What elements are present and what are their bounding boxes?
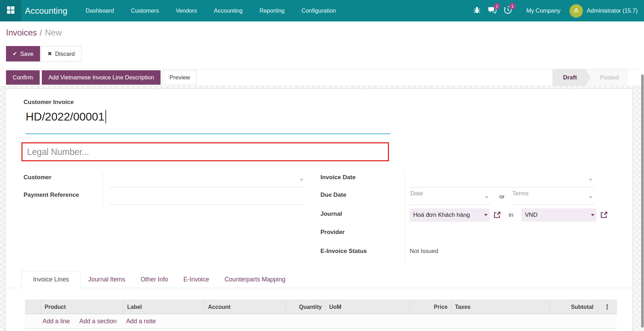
invoice-number-value: HD/2022/00001	[26, 110, 104, 123]
invoice-date-field[interactable]	[410, 173, 594, 187]
user-name: Administrator (15.7)	[587, 7, 638, 14]
legal-number-field-highlighted[interactable]: Legal Number...	[21, 142, 389, 161]
menu-item-customers[interactable]: Customers	[122, 0, 167, 21]
right-group-separator	[404, 173, 405, 265]
tab-invoice-lines[interactable]: Invoice Lines	[21, 271, 80, 288]
left-group-separator	[103, 173, 103, 207]
cross-icon: ✖	[47, 51, 52, 57]
status-stage-widget: Draft Posted	[552, 69, 628, 86]
menu-item-accounting[interactable]: Accounting	[206, 0, 251, 21]
payment-reference-label: Payment Reference	[24, 192, 79, 199]
add-vietnamese-description-button[interactable]: Add Vietnamese Invoice Line Description	[42, 70, 161, 85]
column-header-uom[interactable]: UoM	[325, 300, 410, 314]
tab-journal-items[interactable]: Journal Items	[80, 271, 133, 288]
in-text: in	[509, 212, 513, 219]
activities-button[interactable]: 1	[500, 0, 516, 21]
notebook-tabs: Invoice Lines Journal Items Other Info E…	[6, 270, 632, 288]
breadcrumb-current: New	[45, 28, 62, 37]
activities-badge: 1	[509, 3, 516, 9]
column-header-handle	[25, 300, 41, 314]
text-cursor	[105, 110, 106, 123]
column-header-price[interactable]: Price	[410, 300, 451, 314]
top-navbar: Accounting Dashboard Customers Vendors A…	[0, 0, 644, 21]
or-text: or	[499, 193, 505, 200]
preview-button[interactable]: Preview	[163, 70, 197, 85]
tab-e-invoice[interactable]: E-Invoice	[176, 271, 217, 288]
chevron-down-icon	[485, 196, 488, 199]
discard-button[interactable]: ✖ Discard	[41, 46, 82, 61]
customer-field[interactable]	[109, 173, 305, 187]
column-header-account[interactable]: Account	[204, 300, 286, 314]
column-header-product[interactable]: Product	[41, 300, 123, 314]
chevron-down-icon	[591, 214, 594, 216]
journal-value: Hoá đơn Khách hàng	[413, 212, 470, 219]
navbar-systray: 1 1 My Company A Administrator (15.7)	[469, 0, 644, 21]
menu-item-reporting[interactable]: Reporting	[251, 0, 293, 21]
einvoice-status-value: Not Issued	[410, 248, 438, 255]
breadcrumb: Invoices/New	[6, 28, 62, 38]
customer-label: Customer	[24, 174, 51, 181]
chevron-down-icon	[589, 179, 592, 181]
menu-item-vendors[interactable]: Vendors	[167, 0, 206, 21]
chevron-down-icon	[484, 214, 488, 216]
menu-item-dashboard[interactable]: Dashboard	[77, 0, 123, 21]
chevron-down-icon	[300, 179, 303, 181]
invoice-number-input[interactable]: HD/2022/00001	[26, 110, 106, 123]
stage-draft[interactable]: Draft	[552, 69, 591, 86]
company-switcher[interactable]: My Company	[516, 7, 570, 14]
column-header-quantity[interactable]: Quantity	[286, 300, 325, 314]
currency-external-link-icon[interactable]	[599, 210, 609, 220]
tab-other-info[interactable]: Other Info	[133, 271, 176, 288]
apps-menu-button[interactable]	[0, 0, 21, 21]
invoice-form-sheet: Customer Invoice HD/2022/00001 Legal Num…	[5, 89, 633, 331]
save-button-label: Save	[20, 51, 34, 57]
journal-external-link-icon[interactable]	[493, 210, 502, 220]
focused-input-underline	[26, 134, 390, 134]
menu-item-configuration[interactable]: Configuration	[293, 0, 344, 21]
user-menu[interactable]: A Administrator (15.7)	[570, 4, 638, 18]
provider-label: Provider	[320, 229, 345, 236]
journal-selector[interactable]: Hoá đơn Khách hàng	[410, 208, 490, 222]
due-date-terms-field[interactable]: Terms	[512, 190, 594, 205]
check-icon: ✔	[13, 51, 17, 57]
messages-badge: 1	[494, 3, 500, 9]
document-type-label: Customer Invoice	[24, 99, 74, 106]
breadcrumb-invoices-link[interactable]: Invoices	[6, 28, 37, 37]
optional-columns-toggle[interactable]: ⋮	[597, 300, 617, 314]
column-header-subtotal[interactable]: Subtotal	[549, 300, 597, 314]
form-content-area: Customer Invoice HD/2022/00001 Legal Num…	[0, 86, 644, 331]
date-placeholder: Date	[410, 187, 423, 197]
add-a-line-link[interactable]: Add a line	[43, 318, 70, 325]
record-buttons: ✔ Save ✖ Discard	[6, 46, 82, 61]
confirm-button[interactable]: Confirm	[6, 70, 40, 85]
table-header-row: Product Label Account Quantity UoM Price…	[25, 300, 617, 314]
statusbar-buttons: Confirm Add Vietnamese Invoice Line Desc…	[6, 70, 197, 85]
currency-selector[interactable]: VND	[521, 208, 597, 222]
form-statusbar: Confirm Add Vietnamese Invoice Line Desc…	[0, 69, 639, 86]
odoo-accounting-screen: Accounting Dashboard Customers Vendors A…	[0, 0, 644, 331]
app-name[interactable]: Accounting	[25, 6, 67, 16]
chevron-down-icon	[589, 196, 592, 199]
add-a-note-link[interactable]: Add a note	[126, 318, 156, 325]
due-date-label: Due Date	[320, 192, 346, 199]
vertical-scrollbar[interactable]	[641, 74, 644, 327]
control-panel: Invoices/New ✔ Save ✖ Discard	[0, 21, 639, 69]
due-date-date-field[interactable]: Date	[410, 190, 490, 205]
save-button[interactable]: ✔ Save	[6, 46, 40, 61]
column-header-taxes[interactable]: Taxes	[451, 300, 549, 314]
legal-number-placeholder: Legal Number...	[22, 147, 89, 157]
messages-button[interactable]: 1	[485, 0, 500, 21]
invoice-date-label: Invoice Date	[320, 174, 356, 181]
discard-button-label: Discard	[55, 51, 75, 57]
avatar: A	[570, 4, 583, 18]
stage-posted[interactable]: Posted	[586, 69, 628, 86]
debug-bug-button[interactable]	[469, 0, 485, 21]
tab-counterparts-mapping[interactable]: Counterparts Mapping	[217, 271, 293, 288]
column-header-label[interactable]: Label	[123, 300, 204, 314]
breadcrumb-separator: /	[40, 28, 42, 37]
terms-placeholder: Terms	[512, 187, 528, 197]
kebab-dots-icon: ⋮	[604, 304, 611, 310]
add-a-section-link[interactable]: Add a section	[79, 318, 117, 325]
main-menu: Dashboard Customers Vendors Accounting R…	[77, 0, 344, 21]
payment-reference-field[interactable]	[109, 190, 305, 205]
